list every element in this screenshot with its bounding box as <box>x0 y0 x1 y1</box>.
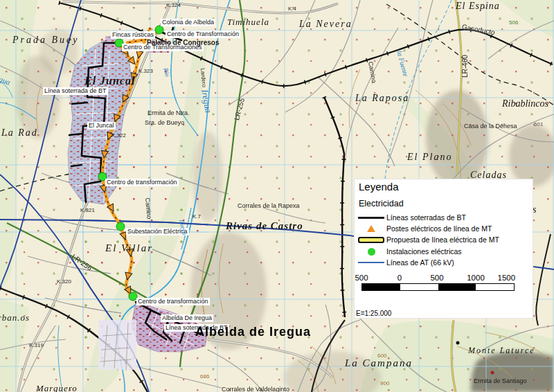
scale-bar-segment <box>438 284 476 290</box>
dot-legend-icon <box>356 247 386 256</box>
installation-dot <box>98 172 107 181</box>
legend-item-label: Propuesta de línea eléctrica de MT <box>386 235 499 244</box>
scale-bar-segment <box>400 284 438 290</box>
line-bt-legend-icon <box>356 213 386 219</box>
scale-bar-labels: 500050010001500 m <box>355 274 534 283</box>
legend-item-label: Líneas de AT (66 kV) <box>386 258 454 267</box>
legend-item: Propuesta de línea eléctrica de MT <box>356 235 530 247</box>
legend-item: Líneas de AT (66 kV) <box>356 258 530 269</box>
bar-legend-icon <box>356 235 386 243</box>
triangle-legend-icon <box>356 224 386 232</box>
legend-item: Postes eléctricos de línea de MT <box>356 224 530 235</box>
scale-bar <box>361 283 515 291</box>
scale-ratio: E=1:25.000 <box>356 310 391 317</box>
legend-section-electricity: Electricidad <box>359 199 404 208</box>
legend-item: Instalaciones eléctricas <box>356 247 530 258</box>
scale-bar-segment <box>362 284 400 290</box>
installation-dot <box>115 39 123 47</box>
ermita-dot <box>491 371 494 375</box>
legend-item-label: Postes eléctricos de línea de MT <box>386 224 492 233</box>
installation-dot <box>155 26 163 34</box>
legend-items: Líneas soterradas de BTPostes eléctricos… <box>356 213 530 269</box>
installation-dot <box>116 222 125 231</box>
line-at-legend-icon <box>356 258 386 264</box>
scale-bar-segment <box>476 284 514 290</box>
scale-tick-label: 0 <box>397 274 402 282</box>
scale-tick-label: 500 <box>430 274 443 282</box>
legend-item-label: Líneas soterradas de BT <box>386 213 466 222</box>
scale-tick-label: 500 <box>355 274 368 282</box>
legend-panel: Leyenda Electricidad Líneas soterradas d… <box>354 179 533 319</box>
map-export: Colonia de AlbeldaCentro de Transformaci… <box>0 0 554 392</box>
legend-item: Líneas soterradas de BT <box>356 213 530 224</box>
scale-tick-label: 1000 <box>467 274 485 282</box>
legend-title: Leyenda <box>359 181 399 193</box>
summit-dot <box>456 341 460 345</box>
installation-dot <box>129 292 137 301</box>
legend-item-label: Instalaciones eléctricas <box>386 247 462 256</box>
